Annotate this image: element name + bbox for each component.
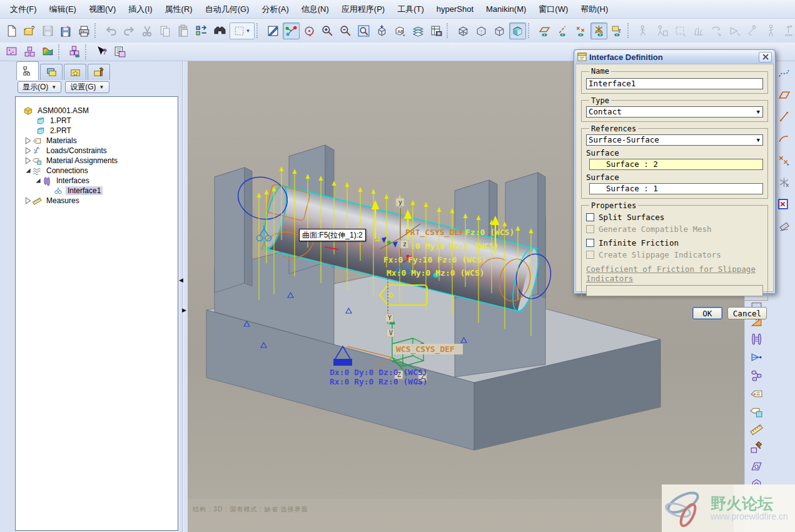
undo-icon[interactable] [103, 23, 119, 39]
redraw-icon[interactable] [265, 23, 281, 39]
show-dropdown-button[interactable]: 显示(O)▼ [18, 81, 61, 93]
simulation-study-icon[interactable] [3, 43, 20, 60]
tree-row-interfaces[interactable]: Interfaces [16, 176, 178, 186]
menu-applications[interactable]: 应用程序(P) [335, 2, 391, 17]
delete-star-icon[interactable] [776, 174, 792, 190]
menu-edit[interactable]: 编辑(E) [43, 2, 83, 17]
manikin-vision-icon[interactable] [726, 23, 743, 39]
manikin-place-icon[interactable] [744, 23, 761, 39]
menu-help[interactable]: 帮助(H) [574, 2, 614, 17]
manikin-edit-icon[interactable] [654, 23, 671, 39]
view-rotate-icon[interactable] [301, 23, 318, 39]
expand-collapsed-icon[interactable] [24, 157, 32, 164]
datum-axis-display-icon[interactable] [554, 23, 571, 39]
zoom-in-icon[interactable] [319, 23, 336, 39]
mass-link-icon[interactable] [749, 368, 764, 383]
process-guide-icon[interactable] [111, 43, 128, 60]
save-icon[interactable] [39, 23, 56, 39]
layers-icon[interactable] [410, 23, 427, 39]
delete-selected-icon[interactable] [776, 196, 792, 212]
datum-csys-display-icon[interactable] [590, 23, 607, 39]
expand-expanded-icon[interactable] [24, 167, 32, 174]
region-icon[interactable] [776, 87, 792, 103]
tree-row-interface1[interactable]: Interface1 [16, 186, 178, 196]
menu-manikin[interactable]: Manikin(M) [480, 3, 532, 16]
tree-row-part1[interactable]: 1.PRT [16, 116, 178, 126]
surface-collector-2[interactable]: Surface : 1 [589, 183, 763, 194]
expand-expanded-icon[interactable] [34, 177, 42, 184]
paste-icon[interactable] [175, 23, 192, 39]
annotation-display-icon[interactable]: z [609, 23, 625, 39]
spline-icon[interactable] [776, 65, 792, 81]
manikin-reach-icon[interactable] [708, 23, 725, 39]
favorites-tab[interactable] [64, 64, 86, 80]
ok-button[interactable]: OK [692, 307, 722, 319]
manikin-posture-icon[interactable] [635, 23, 652, 39]
find-icon[interactable] [211, 23, 228, 39]
watermark-url[interactable]: www.proewildfire.cn [711, 511, 788, 521]
selection-filter-icon[interactable]: ▼ [230, 23, 255, 39]
open-icon[interactable] [21, 23, 38, 39]
tree-row-material-assignments[interactable]: Material Assignments [16, 156, 178, 166]
new-icon[interactable] [3, 23, 20, 39]
context-help-icon[interactable]: ? [93, 43, 110, 60]
surface-collector-1[interactable]: Surface : 2 [589, 159, 763, 170]
arc-icon[interactable] [776, 131, 792, 146]
tree-row-connections[interactable]: Connections [16, 166, 178, 176]
tree-row-measures[interactable]: Measures [16, 196, 178, 206]
infinite-friction-checkbox[interactable]: Infinite Friction [586, 237, 763, 249]
datum-plane-display-icon[interactable] [536, 23, 553, 39]
interface-tool-icon[interactable] [749, 331, 764, 347]
zoom-out-icon[interactable] [337, 23, 354, 39]
cancel-button[interactable]: Cancel [727, 307, 767, 319]
save-as-icon[interactable] [58, 23, 74, 39]
tree-row-materials[interactable]: Materials [16, 136, 178, 146]
hidden-line-icon[interactable] [473, 23, 490, 39]
cut-icon[interactable] [139, 23, 156, 39]
tree-row-assembly[interactable]: ASM0001.ASM [16, 106, 178, 116]
view-manager-icon[interactable] [428, 23, 445, 39]
model-tree-toggle-icon[interactable] [193, 23, 210, 39]
dialog-titlebar[interactable]: Interface Definition [575, 50, 774, 64]
spring-icon[interactable] [749, 349, 764, 365]
expand-collapsed-icon[interactable] [24, 197, 32, 204]
folder-browser-tab[interactable] [40, 64, 63, 80]
references-select[interactable]: Surface-Surface ▼ [586, 134, 763, 146]
expand-collapsed-icon[interactable] [24, 147, 32, 154]
menu-hypershot[interactable]: hyperShot [430, 3, 480, 16]
measure-ruler-icon[interactable] [749, 422, 764, 438]
reorient-icon[interactable] [373, 23, 390, 39]
erase-icon[interactable] [776, 218, 792, 234]
print-icon[interactable] [76, 23, 93, 39]
split-surfaces-checkbox[interactable]: Split Surfaces [586, 211, 763, 223]
point-icon[interactable] [776, 153, 792, 168]
menu-insert[interactable]: 插入(I) [122, 2, 158, 17]
tree-row-part2[interactable]: 2.PRT [16, 126, 178, 136]
collapse-left-icon[interactable]: ◀ [179, 277, 183, 283]
manikin-hand-icon[interactable] [690, 23, 707, 39]
name-input[interactable] [586, 78, 763, 89]
menu-view[interactable]: 视图(V) [83, 2, 122, 17]
model-tree-tab[interactable] [16, 61, 39, 80]
expand-collapsed-icon[interactable] [24, 137, 32, 144]
simulation-model-icon[interactable] [21, 43, 38, 60]
menu-info[interactable]: 信息(N) [295, 2, 335, 17]
material-assign-tool-icon[interactable] [749, 404, 764, 419]
history-tab[interactable] [88, 64, 110, 80]
zoom-fit-icon[interactable] [355, 23, 372, 39]
redo-icon[interactable] [121, 23, 138, 39]
dialog-close-button[interactable] [759, 52, 772, 63]
menu-properties[interactable]: 属性(R) [159, 2, 199, 17]
menu-file[interactable]: 文件(F) [4, 2, 43, 17]
simulation-diagnostics-icon[interactable] [66, 43, 83, 60]
no-hidden-icon[interactable] [491, 23, 508, 39]
copy-icon[interactable] [157, 23, 174, 39]
datum-point-display-icon[interactable] [572, 23, 589, 39]
spin-center-icon[interactable] [283, 23, 300, 39]
simulation-results-icon[interactable] [39, 43, 56, 60]
collapse-right-icon[interactable]: ▶ [182, 307, 186, 313]
menu-analysis[interactable]: 分析(A) [255, 2, 295, 17]
manikin-measure-icon[interactable] [781, 23, 795, 39]
settings-dropdown-button[interactable]: 设置(G)▼ [65, 81, 109, 93]
tools-hammer-icon[interactable] [749, 440, 764, 456]
